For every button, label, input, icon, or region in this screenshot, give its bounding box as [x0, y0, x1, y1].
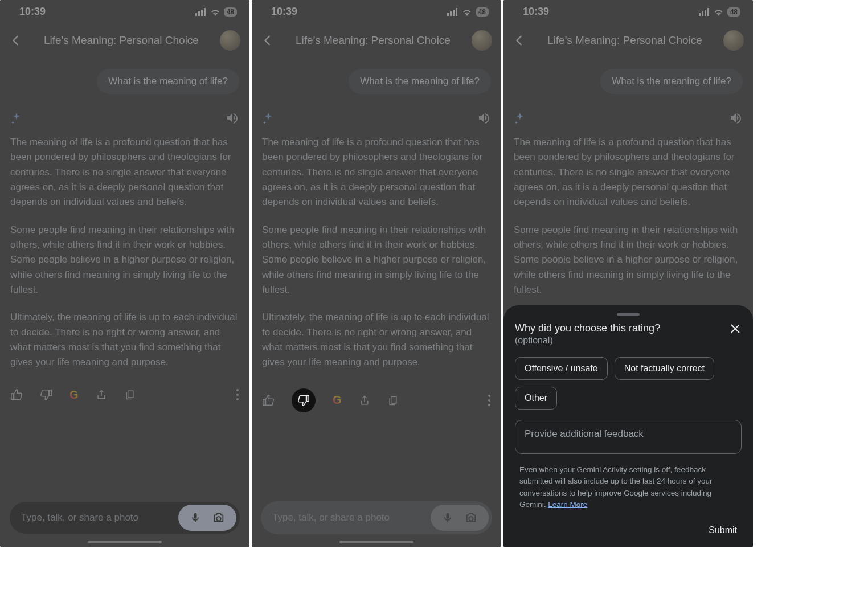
chevron-left-icon [513, 34, 526, 47]
status-icons: 48 [699, 7, 740, 17]
avatar[interactable] [723, 30, 744, 51]
google-icon[interactable]: G [69, 388, 79, 402]
status-time: 10:39 [19, 6, 46, 18]
svg-rect-17 [707, 8, 709, 16]
avatar[interactable] [220, 30, 240, 51]
speaker-icon[interactable] [729, 111, 743, 125]
ai-paragraph: Ultimately, the meaning of life is up to… [262, 310, 491, 370]
svg-rect-1 [198, 11, 200, 16]
share-button[interactable] [359, 394, 370, 407]
avatar[interactable] [472, 30, 492, 51]
svg-rect-16 [705, 10, 706, 16]
cellular-icon [699, 8, 710, 16]
svg-rect-10 [456, 8, 457, 16]
input-placeholder: Type, talk, or share a photo [21, 512, 178, 523]
thumbs-down-button-active[interactable] [292, 388, 316, 412]
chip-offensive[interactable]: Offensive / unsafe [515, 357, 608, 380]
phone-screen-3: 10:39 48 Life's Meaning: Personal Choice… [503, 0, 753, 547]
svg-rect-14 [699, 13, 701, 16]
sheet-drag-handle[interactable] [617, 313, 640, 316]
svg-rect-9 [453, 10, 455, 16]
feedback-sheet: Why did you choose this rating? (optiona… [503, 305, 753, 547]
chip-not-factual[interactable]: Not factually correct [615, 357, 714, 380]
cellular-icon [447, 8, 458, 16]
thumbs-up-button[interactable] [262, 394, 275, 407]
cellular-icon [195, 8, 207, 16]
submit-button[interactable]: Submit [515, 525, 742, 535]
battery-pill: 48 [476, 7, 489, 17]
feedback-optional-label: (optional) [515, 335, 660, 346]
battery-pill: 48 [727, 7, 740, 17]
svg-rect-0 [195, 13, 197, 16]
svg-point-6 [236, 398, 239, 400]
thumbs-up-button[interactable] [10, 388, 23, 401]
sparkle-icon [10, 112, 23, 124]
sparkle-icon [262, 112, 275, 124]
back-button[interactable] [513, 34, 526, 47]
svg-point-13 [488, 404, 490, 406]
camera-button[interactable] [465, 511, 477, 524]
status-icons: 48 [447, 7, 489, 17]
ai-paragraph: The meaning of life is a profound questi… [514, 135, 743, 210]
copy-button[interactable] [387, 394, 399, 407]
mic-button[interactable] [190, 511, 201, 524]
status-time: 10:39 [523, 6, 549, 18]
back-button[interactable] [9, 34, 23, 47]
back-button[interactable] [261, 34, 275, 47]
feedback-title: Why did you choose this rating? [515, 322, 660, 334]
battery-pill: 48 [224, 7, 237, 17]
phone-screen-2: 10:39 48 Life's Meaning: Personal Choice… [252, 0, 501, 547]
svg-point-11 [488, 395, 490, 397]
conversation-title: Life's Meaning: Personal Choice [31, 34, 212, 47]
copy-button[interactable] [124, 388, 136, 401]
ai-paragraph: Some people find meaning in their relati… [10, 223, 239, 298]
conversation-title: Life's Meaning: Personal Choice [282, 34, 464, 47]
google-icon[interactable]: G [333, 394, 342, 407]
chip-other[interactable]: Other [515, 387, 557, 410]
phone-screen-1: 10:39 48 Life's Meaning: Personal Choice… [0, 0, 249, 547]
learn-more-link[interactable]: Learn More [548, 500, 587, 509]
feedback-disclaimer: Even when your Gemini Activity setting i… [515, 464, 742, 510]
input-bar[interactable]: Type, talk, or share a photo [261, 501, 492, 534]
home-indicator[interactable] [88, 541, 162, 543]
more-button[interactable] [236, 388, 239, 401]
svg-point-12 [488, 399, 490, 402]
svg-rect-8 [450, 11, 452, 16]
camera-button[interactable] [212, 511, 225, 524]
thumbs-down-button[interactable] [40, 388, 52, 401]
status-bar: 10:39 48 [0, 0, 249, 22]
speaker-icon[interactable] [477, 111, 491, 125]
ai-response: The meaning of life is a profound questi… [514, 135, 743, 297]
app-header: Life's Meaning: Personal Choice [252, 22, 501, 59]
close-button[interactable] [729, 322, 742, 335]
svg-rect-3 [204, 8, 206, 16]
home-indicator[interactable] [339, 541, 413, 543]
input-placeholder: Type, talk, or share a photo [272, 512, 431, 523]
status-time: 10:39 [271, 6, 297, 18]
status-bar: 10:39 48 [252, 0, 501, 22]
input-bar[interactable]: Type, talk, or share a photo [9, 501, 240, 534]
ai-paragraph: The meaning of life is a profound questi… [10, 135, 239, 210]
speaker-icon[interactable] [226, 111, 239, 125]
ai-response: The meaning of life is a profound questi… [10, 135, 239, 370]
sparkle-icon [514, 112, 526, 124]
feedback-text-input[interactable]: Provide additional feedback [515, 420, 742, 454]
user-message-bubble: What is the meaning of life? [97, 69, 239, 94]
chevron-left-icon [10, 34, 22, 47]
status-icons: 48 [195, 7, 237, 17]
mic-button[interactable] [442, 511, 453, 524]
wifi-icon [714, 8, 724, 16]
ai-response: The meaning of life is a profound questi… [262, 135, 491, 370]
conversation-title: Life's Meaning: Personal Choice [534, 34, 715, 47]
chevron-left-icon [261, 34, 274, 47]
share-button[interactable] [96, 388, 107, 401]
svg-point-5 [236, 394, 239, 396]
svg-rect-7 [447, 13, 449, 16]
svg-rect-2 [201, 10, 203, 16]
more-button[interactable] [488, 394, 491, 407]
svg-rect-15 [702, 11, 703, 16]
wifi-icon [210, 8, 220, 16]
ai-header-row [514, 111, 743, 125]
ai-paragraph: Some people find meaning in their relati… [262, 223, 491, 298]
close-icon [729, 322, 742, 335]
